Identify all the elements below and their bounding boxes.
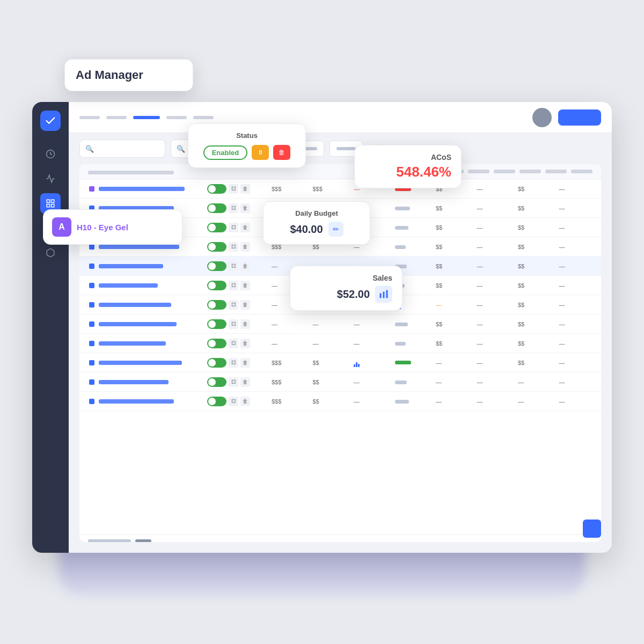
status-toggle[interactable] [207, 339, 226, 348]
eyegel-avatar: A [52, 217, 71, 237]
toolbar: 🔍 🔍 ⚡ [69, 133, 612, 164]
search-icon-2: 🔍 [177, 145, 185, 153]
table-row[interactable]: ⚃ 🗑 — — — $$ — $$ — [79, 314, 601, 334]
sales-label: Sales [300, 274, 392, 282]
status-toggle[interactable] [207, 377, 226, 387]
tab-5[interactable] [193, 116, 214, 119]
budget-value: $40.00 [290, 223, 323, 236]
delete-button[interactable]: 🗑 [273, 145, 290, 160]
pause-button[interactable]: ⏸ [252, 145, 269, 160]
acos-value: 548.46% [364, 164, 451, 180]
status-toggle[interactable] [207, 397, 226, 406]
sidebar-item-clock[interactable] [40, 144, 61, 164]
svg-rect-1 [47, 200, 49, 202]
svg-rect-2 [52, 200, 54, 202]
tab-2[interactable] [106, 116, 127, 119]
svg-rect-7 [383, 292, 385, 298]
status-toggle[interactable] [207, 300, 226, 310]
budget-label: Daily Budget [273, 209, 360, 217]
status-label: Status [198, 131, 296, 140]
tab-1[interactable] [79, 116, 100, 119]
sidebar-item-chart[interactable] [40, 169, 61, 189]
ad-manager-title: Ad Manager [76, 68, 182, 82]
status-toggle[interactable] [207, 319, 226, 329]
table-row[interactable]: ⚃ 🗑 $$$ $$$ — $$ — $$ — [79, 179, 601, 199]
sales-value: $52.00 [337, 288, 370, 301]
tab-3[interactable] [133, 116, 160, 119]
tab-4[interactable] [166, 116, 187, 119]
search-input-1[interactable]: 🔍 [79, 140, 165, 158]
main-content: 🔍 🔍 ⚡ [69, 102, 612, 553]
status-toggle[interactable] [207, 203, 226, 213]
status-card: Status Enabled ⏸ 🗑 [188, 123, 306, 168]
search-icon-1: 🔍 [85, 145, 94, 153]
table-row[interactable]: ⚃ 🗑 $$$ $$ — — [79, 353, 601, 372]
status-toggle[interactable] [207, 242, 226, 252]
status-toggle[interactable] [207, 358, 226, 368]
sales-card: Sales $52.00 [290, 266, 402, 311]
sidebar-logo[interactable] [40, 111, 61, 131]
ad-manager-card: Ad Manager [64, 59, 193, 91]
scroll-right-button[interactable] [583, 519, 601, 538]
mini-chart [354, 358, 386, 367]
table-row[interactable]: ⚃ 🗑 $$$ $$ — — — — — [79, 372, 601, 392]
sidebar [32, 102, 69, 553]
status-toggle[interactable] [207, 223, 226, 232]
acos-label: ACoS [364, 153, 451, 162]
table-row[interactable]: ⚃ 🗑 $$$ $$ — — — — — [79, 392, 601, 411]
table-row[interactable]: ⚃ 🗑 — — — $$ — $$ — [79, 334, 601, 353]
sales-chart-button[interactable] [375, 286, 392, 303]
acos-card: ACoS 548.46% [354, 145, 462, 188]
status-toggle[interactable] [207, 261, 226, 271]
eyegel-card: A H10 - Eye Gel [43, 209, 182, 245]
svg-rect-4 [52, 204, 54, 207]
eyegel-name: H10 - Eye Gel [77, 223, 128, 232]
sidebar-item-cube[interactable] [40, 243, 61, 263]
app-container: 🔍 🔍 ⚡ [32, 102, 612, 553]
user-avatar[interactable] [532, 108, 552, 127]
topbar [69, 102, 612, 133]
svg-rect-8 [386, 290, 388, 298]
status-toggle[interactable] [207, 184, 226, 194]
budget-card: Daily Budget $40.00 ✏ [263, 201, 370, 245]
svg-rect-3 [47, 204, 49, 207]
cta-button[interactable] [558, 109, 601, 126]
edit-budget-button[interactable]: ✏ [328, 222, 343, 237]
enabled-badge[interactable]: Enabled [203, 145, 248, 160]
status-toggle[interactable] [207, 281, 226, 290]
svg-rect-6 [380, 294, 382, 298]
